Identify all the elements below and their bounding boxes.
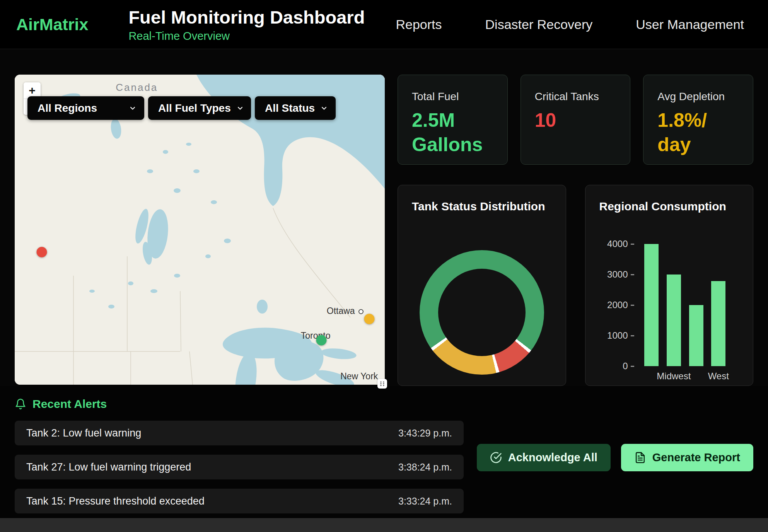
alert-actions: Acknowledge All Generate Report (477, 444, 753, 471)
bell-icon (15, 398, 26, 410)
stats-row: Total Fuel 2.5MGallons Critical Tanks 10… (398, 75, 753, 165)
alert-time: 3:43:29 p.m. (398, 428, 452, 439)
stat-card-total-fuel: Total Fuel 2.5MGallons (398, 75, 508, 165)
bar-chart-card: Regional Consumption 01000200030004000 M… (585, 185, 754, 386)
donut-chart-title: Tank Status Distribution (412, 200, 566, 213)
chevron-down-icon (320, 104, 328, 112)
map[interactable]: + − All Regions All Fuel Types All Statu… (15, 75, 385, 385)
resize-grip-icon[interactable] (377, 379, 387, 389)
map-label-ottawa: Ottawa (327, 306, 364, 316)
stat-label: Critical Tanks (535, 90, 626, 103)
x-tick-label: West (711, 371, 725, 382)
chevron-down-icon (129, 104, 137, 112)
alert-row[interactable]: Tank 27: Low fuel warning triggered 3:38… (15, 455, 464, 479)
region-filter-select[interactable]: All Regions (27, 96, 144, 120)
chevron-down-icon (236, 104, 244, 112)
alerts-body: Tank 2: Low fuel warning 3:43:29 p.m. Ta… (15, 421, 753, 513)
y-tick-label: 2000 (607, 300, 634, 310)
stat-label: Total Fuel (412, 90, 503, 103)
alert-row[interactable]: Tank 2: Low fuel warning 3:43:29 p.m. (15, 421, 464, 445)
bar (689, 305, 703, 366)
stat-value: 10 (535, 108, 626, 133)
document-icon (634, 452, 646, 464)
nav-user-management[interactable]: User Management (636, 17, 744, 32)
check-circle-icon (490, 452, 502, 464)
stat-card-avg-depletion: Avg Depletion 1.8%/day (643, 75, 753, 165)
right-column: Total Fuel 2.5MGallons Critical Tanks 10… (398, 75, 753, 386)
donut-chart-card: Tank Status Distribution (398, 185, 566, 386)
x-tick-label (689, 371, 703, 382)
y-tick-label: 0 (623, 361, 634, 372)
map-filters: All Regions All Fuel Types All Status (27, 96, 336, 120)
bar-plot-column: MidwestWest (637, 244, 734, 382)
map-marker-warning[interactable] (364, 314, 374, 324)
alerts-heading: Recent Alerts (32, 397, 107, 411)
generate-report-label: Generate Report (652, 451, 740, 464)
nav-disaster-recovery[interactable]: Disaster Recovery (485, 17, 593, 32)
stat-value: 2.5MGallons (412, 108, 503, 157)
fuel-type-filter-select[interactable]: All Fuel Types (148, 96, 251, 120)
regional-consumption-bar-chart[interactable]: 01000200030004000 MidwestWest (601, 244, 734, 382)
recent-alerts-section: Recent Alerts Tank 2: Low fuel warning 3… (0, 386, 768, 518)
status-filter-value: All Status (265, 102, 315, 114)
bar (644, 244, 659, 366)
bar-xlabels: MidwestWest (637, 371, 734, 382)
x-tick-label: Midwest (667, 371, 681, 382)
region-filter-value: All Regions (38, 102, 97, 114)
dashboard-main: + − All Regions All Fuel Types All Statu… (0, 49, 768, 386)
stat-value: 1.8%/day (657, 108, 749, 157)
y-tick-label: 1000 (607, 330, 634, 341)
y-tick-label: 3000 (607, 269, 634, 280)
bar (667, 275, 681, 366)
bottom-bar (0, 518, 768, 532)
map-marker-normal[interactable] (316, 335, 327, 346)
donut-hole (438, 269, 526, 356)
tank-status-donut-chart[interactable] (420, 250, 544, 375)
alerts-header: Recent Alerts (15, 397, 753, 411)
alert-text: Tank 2: Low fuel warning (26, 427, 141, 439)
generate-report-button[interactable]: Generate Report (621, 444, 753, 471)
map-panel: + − All Regions All Fuel Types All Statu… (15, 75, 385, 386)
page-subtitle: Real-Time Overview (128, 30, 365, 43)
map-label-canada: Canada (116, 82, 158, 94)
title-block: Fuel Monitoring Dashboard Real-Time Over… (128, 7, 365, 43)
charts-row: Tank Status Distribution Regional Consum… (398, 185, 753, 386)
page-title: Fuel Monitoring Dashboard (128, 7, 365, 28)
acknowledge-all-button[interactable]: Acknowledge All (477, 444, 611, 471)
app-header: AirMatrix Fuel Monitoring Dashboard Real… (0, 0, 768, 49)
alert-text: Tank 15: Pressure threshold exceeded (26, 495, 205, 507)
bar-yaxis: 01000200030004000 (601, 244, 634, 366)
y-tick-label: 4000 (607, 239, 634, 249)
alert-time: 3:33:24 p.m. (398, 496, 452, 507)
status-filter-select[interactable]: All Status (255, 96, 336, 120)
map-label-new-york: New York (340, 371, 378, 381)
alert-time: 3:38:24 p.m. (398, 462, 452, 473)
nav-reports[interactable]: Reports (396, 17, 442, 32)
acknowledge-all-label: Acknowledge All (508, 451, 597, 464)
app-logo[interactable]: AirMatrix (16, 15, 88, 34)
stat-card-critical-tanks: Critical Tanks 10 (521, 75, 631, 165)
bar-chart-title: Regional Consumption (599, 200, 753, 213)
alert-row[interactable]: Tank 15: Pressure threshold exceeded 3:3… (15, 489, 464, 513)
bar (711, 281, 725, 366)
bar-plot (637, 244, 734, 366)
fuel-type-filter-value: All Fuel Types (158, 102, 231, 114)
stat-label: Avg Depletion (657, 90, 749, 103)
map-marker-critical[interactable] (36, 247, 47, 257)
alert-text: Tank 27: Low fuel warning triggered (26, 461, 191, 473)
alert-list: Tank 2: Low fuel warning 3:43:29 p.m. Ta… (15, 421, 464, 513)
main-nav: Reports Disaster Recovery User Managemen… (396, 17, 744, 32)
